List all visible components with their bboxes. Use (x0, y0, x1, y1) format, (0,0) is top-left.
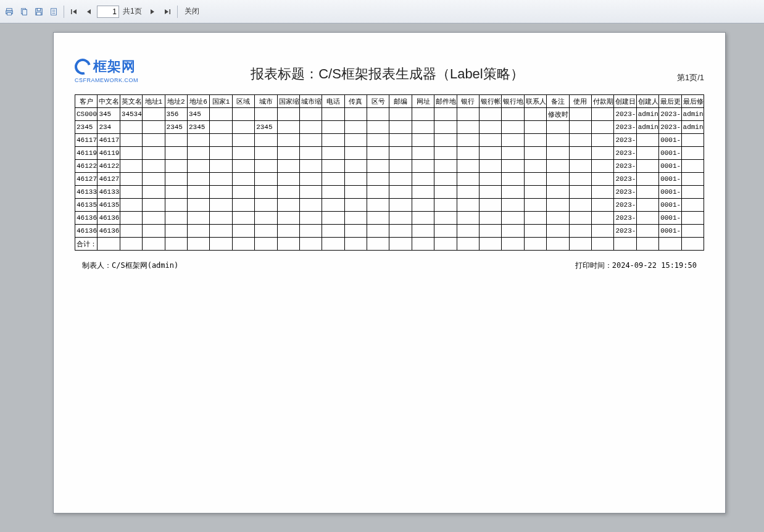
column-header: 联系人 (524, 95, 546, 108)
table-cell (591, 121, 613, 134)
table-cell: 2023-0 (614, 108, 636, 121)
table-cell (210, 108, 232, 121)
table-cell (299, 199, 322, 212)
copy-icon[interactable] (17, 5, 31, 19)
table-cell (547, 186, 569, 199)
table-cell: 2345 (165, 121, 187, 134)
table-cell (480, 160, 502, 173)
table-cell: 461220 (75, 160, 98, 173)
table-cell (480, 212, 502, 225)
next-page-icon[interactable] (146, 5, 159, 19)
table-cell (569, 238, 591, 251)
table-cell (187, 225, 209, 238)
table-cell (591, 225, 613, 238)
svg-marker-16 (165, 9, 168, 14)
column-header: 电话 (322, 95, 344, 108)
table-cell (591, 173, 613, 186)
table-cell (165, 147, 187, 160)
table-cell (412, 134, 434, 147)
table-cell: 234 (98, 121, 120, 134)
table-cell (299, 160, 322, 173)
table-cell (299, 134, 322, 147)
table-cell (569, 160, 591, 173)
table-cell (636, 173, 658, 186)
first-page-icon[interactable] (67, 5, 81, 19)
table-cell (636, 186, 658, 199)
prev-page-icon[interactable] (82, 5, 96, 19)
separator (177, 6, 178, 18)
table-cell (434, 160, 457, 173)
table-cell (232, 173, 254, 186)
table-cell: 461360 (98, 212, 120, 225)
table-cell (277, 238, 299, 251)
save-icon[interactable] (32, 5, 46, 19)
table-cell (591, 147, 613, 160)
page-number-input[interactable] (97, 6, 119, 18)
table-cell (524, 225, 546, 238)
table-cell (636, 160, 658, 173)
column-header: 国家缩 (277, 95, 299, 108)
table-cell (344, 173, 367, 186)
table-cell (412, 147, 434, 160)
table-cell: 0001-0 (659, 212, 681, 225)
table-cell (232, 134, 254, 147)
table-cell (322, 212, 344, 225)
table-cell (524, 108, 546, 121)
report-footer: 制表人：C/S框架网(admin) 打印时间：2024-09-22 15:19:… (75, 260, 704, 271)
table-cell (187, 134, 209, 147)
column-header: 区号 (367, 95, 389, 108)
table-cell (120, 199, 142, 212)
table-cell (412, 238, 434, 251)
table-cell (255, 212, 277, 225)
table-cell (367, 186, 389, 199)
table-cell (547, 134, 569, 147)
table-cell (322, 173, 344, 186)
table-cell (547, 147, 569, 160)
table-cell (344, 186, 367, 199)
document-icon[interactable] (47, 5, 60, 19)
table-cell (681, 134, 704, 147)
table-cell (299, 173, 322, 186)
table-cell: 2023-0 (614, 225, 636, 238)
table-cell (277, 212, 299, 225)
last-page-icon[interactable] (160, 5, 174, 19)
table-cell (547, 160, 569, 173)
table-cell (255, 199, 277, 212)
table-cell (344, 160, 367, 173)
table-cell: 2023-0 (614, 134, 636, 147)
table-cell (412, 212, 434, 225)
table-cell (389, 108, 412, 121)
table-cell (502, 134, 524, 147)
table-cell (502, 199, 524, 212)
table-cell (502, 160, 524, 173)
table-cell: 0001-0 (659, 186, 681, 199)
table-cell (681, 160, 704, 173)
table-cell (322, 160, 344, 173)
table-cell (480, 134, 502, 147)
table-cell (681, 199, 704, 212)
table-cell (569, 108, 591, 121)
table-cell (232, 212, 254, 225)
close-button[interactable]: 关闭 (185, 6, 199, 17)
table-cell (322, 225, 344, 238)
table-cell (143, 160, 165, 173)
table-cell (636, 147, 658, 160)
table-cell (502, 121, 524, 134)
table-cell (210, 186, 232, 199)
table-cell: 2023-0 (614, 160, 636, 173)
table-cell (165, 238, 187, 251)
table-cell: 356 (165, 108, 187, 121)
table-cell (591, 134, 613, 147)
table-cell (547, 225, 569, 238)
report-header: 框架网 CSFRAMEWORK.COM 报表标题：C/S框架报表生成器（Labe… (75, 57, 704, 83)
table-cell (502, 225, 524, 238)
table-cell: 0001-0 (659, 225, 681, 238)
table-cell: 461194 (98, 147, 120, 160)
table-cell (569, 173, 591, 186)
print-icon[interactable] (2, 5, 16, 19)
table-cell (210, 121, 232, 134)
table-cell (591, 160, 613, 173)
table-cell (569, 147, 591, 160)
table-cell (120, 186, 142, 199)
table-cell: 2023-0 (614, 212, 636, 225)
